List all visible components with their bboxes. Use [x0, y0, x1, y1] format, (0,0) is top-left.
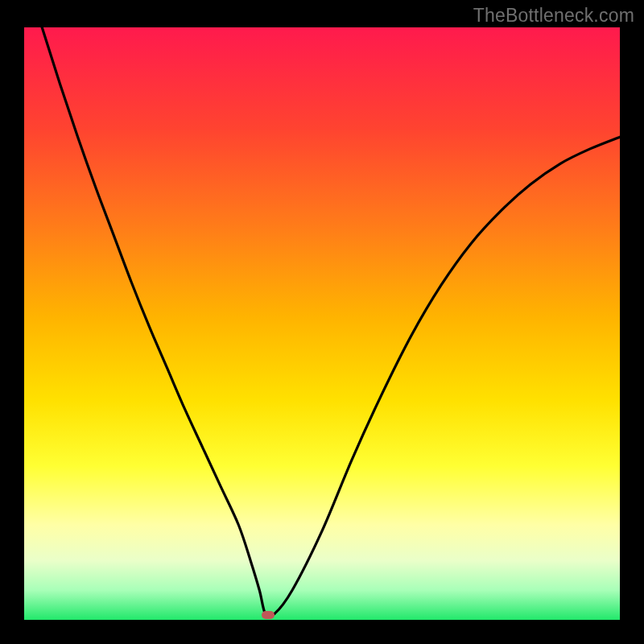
minimum-marker: [262, 611, 275, 619]
chart-frame: TheBottleneck.com: [0, 0, 644, 644]
watermark-text: TheBottleneck.com: [473, 5, 634, 27]
plot-area: [24, 27, 620, 620]
bottleneck-curve: [24, 27, 620, 620]
